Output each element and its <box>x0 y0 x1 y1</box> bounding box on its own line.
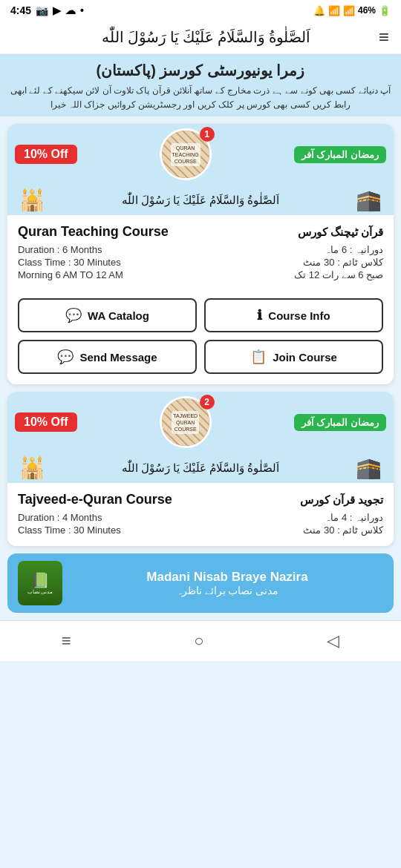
youtube-icon: ▶ <box>53 4 61 16</box>
card1-duration-row: Duration : 6 Months دورانیہ : 6 ماہ <box>18 244 383 255</box>
subheader-description: آپ دنیائے کسی بھی کونے سے ہے ذرت مخارج ک… <box>9 84 392 112</box>
card1-thumb-text: QURANTEACHINGCOURSE <box>171 143 200 166</box>
bottom-banner-ur: مدنی نصاب برائے ناظرہ <box>71 585 383 596</box>
card1-body: Quran Teaching Course قرآن ٹیچنگ کورس Du… <box>7 215 394 291</box>
card1-badge-num: 1 <box>200 127 215 142</box>
dot-icon: • <box>80 4 84 16</box>
status-left: 4:45 📷 ▶ ☁ • <box>10 4 84 16</box>
status-right: 🔔 📶 📶 46% 🔋 <box>313 5 391 16</box>
nav-home-icon[interactable]: ○ <box>179 628 218 654</box>
course-info-label: Course Info <box>268 309 330 322</box>
card1-badge-ramadan: رمضان المبارک آفر <box>294 146 386 163</box>
card1-badge-off: 10% Off <box>15 145 77 164</box>
card2-mosque-right-icon: 🕋 <box>356 456 382 480</box>
subheader: زمرا یونیورسٹی کورسز (پاکستان) آپ دنیائے… <box>0 54 401 116</box>
card1-banner: 10% Off QURANTEACHINGCOURSE 1 رمضان المب… <box>7 124 394 185</box>
card1-arabic-line: اَلصَّلٰوةُ وَالسَّلَامُ عَلَيْكَ يَا رَ… <box>45 194 356 207</box>
document-icon: 📋 <box>250 349 267 365</box>
bell-icon: 🔔 <box>313 5 325 16</box>
bottom-banner[interactable]: 📗 مدنی نصاب Madani Nisab Braye Nazira مد… <box>7 553 394 613</box>
card1-buttons: 💬 WA Catalog ℹ Course Info 💬 Send Messag… <box>7 291 394 384</box>
instagram-icon: 📷 <box>36 4 48 16</box>
card2-banner: 10% Off TAJWEEDQURANCOURSE 2 رمضان المبا… <box>7 392 394 453</box>
card2-arabic-line: اَلصَّلٰوةُ وَالسَّلَامُ عَلَيْكَ يَا رَ… <box>45 461 356 475</box>
card1-title-ur: قرآن ٹیچنگ کورس <box>298 226 383 239</box>
whatsapp-icon-2: 💬 <box>57 349 74 365</box>
status-bar: 4:45 📷 ▶ ☁ • 🔔 📶 📶 46% 🔋 <box>0 0 401 21</box>
header: اَلصَّلٰوةُ وَالسَّلَامُ عَلَيْكَ يَا رَ… <box>0 21 401 54</box>
card2-body: Tajveed-e-Quran Course تجوید قرآن کورس D… <box>7 483 394 546</box>
banner-img-inner: 📗 مدنی نصاب <box>18 561 62 605</box>
nav-menu-icon[interactable]: ≡ <box>47 628 86 654</box>
join-course-label: Join Course <box>273 351 337 364</box>
card1-duration-ur: دورانیہ : 6 ماہ <box>325 244 383 255</box>
bottom-banner-text: Madani Nisab Braye Nazira مدنی نصاب برائ… <box>71 570 383 596</box>
card-tajweed: 10% Off TAJWEEDQURANCOURSE 2 رمضان المبا… <box>7 392 394 546</box>
card1-btn-row2: 💬 Send Message 📋 Join Course <box>18 340 383 374</box>
nav-back-icon[interactable]: ◁ <box>312 628 354 654</box>
wifi-icon: 📶 <box>328 5 340 16</box>
card1-classtime-en: Class Time : 30 Minutes <box>18 257 121 268</box>
bottom-banner-en: Madani Nisab Braye Nazira <box>71 570 383 585</box>
card1-classtime-ur: کلاس ٹائم : 30 منٹ <box>303 257 383 268</box>
subheader-title: زمرا یونیورسٹی کورسز (پاکستان) <box>9 62 392 79</box>
card2-badge-off: 10% Off <box>15 412 77 432</box>
card2-duration-row: Duration : 4 Months دورانیہ : 4 ماہ <box>18 512 383 523</box>
header-arabic-title: اَلصَّلٰوةُ وَالسَّلَامُ عَلَيْكَ يَا رَ… <box>34 28 379 46</box>
card2-classtime-en: Class Time : 30 Minutes <box>18 525 121 536</box>
info-icon: ℹ <box>257 307 262 323</box>
card1-mosque-left-icon: 🕌 <box>19 188 45 212</box>
card-quran-teaching: 10% Off QURANTEACHINGCOURSE 1 رمضان المب… <box>7 124 394 384</box>
card2-mosque-row: 🕌 اَلصَّلٰوةُ وَالسَّلَامُ عَلَيْكَ يَا … <box>7 453 394 483</box>
card1-classtime-row: Class Time : 30 Minutes کلاس ٹائم : 30 م… <box>18 257 383 268</box>
card2-classtime-row: Class Time : 30 Minutes کلاس ٹائم : 30 م… <box>18 525 383 536</box>
card1-morning-row: Morning 6 AM TO 12 AM صبح 6 سے رات 12 تک <box>18 269 383 280</box>
navbar: ≡ ○ ◁ <box>0 620 401 661</box>
card2-title-ur: تجوید قرآن کورس <box>300 493 383 507</box>
battery-label: 46% <box>358 5 376 16</box>
card1-duration-en: Duration : 6 Months <box>18 244 102 255</box>
battery-icon: 🔋 <box>379 5 391 16</box>
card2-classtime-ur: کلاس ٹائم : 30 منٹ <box>303 525 383 536</box>
course-info-button[interactable]: ℹ Course Info <box>204 298 383 332</box>
card2-badge-num: 2 <box>200 395 215 410</box>
time: 4:45 <box>10 4 31 16</box>
card1-mosque-row: 🕌 اَلصَّلٰوةُ وَالسَّلَامُ عَلَيْكَ يَا … <box>7 185 394 215</box>
wa-catalog-label: WA Catalog <box>88 309 149 322</box>
card1-mosque-right-icon: 🕋 <box>356 188 382 212</box>
card1-morning-ur: صبح 6 سے رات 12 تک <box>294 269 383 280</box>
bottom-banner-image: 📗 مدنی نصاب <box>18 561 62 605</box>
card1-title-en: Quran Teaching Course <box>18 224 169 240</box>
card2-thumb-container: TAJWEEDQURANCOURSE 2 <box>160 396 212 448</box>
card2-title-row: Tajveed-e-Quran Course تجوید قرآن کورس <box>18 492 383 507</box>
card2-badge-ramadan: رمضان المبارک آفر <box>294 414 386 431</box>
signal-icon: 📶 <box>343 5 355 16</box>
card2-duration-en: Duration : 4 Months <box>18 512 102 523</box>
wa-catalog-button[interactable]: 💬 WA Catalog <box>18 298 197 332</box>
card1-btn-row1: 💬 WA Catalog ℹ Course Info <box>18 298 383 332</box>
card2-duration-ur: دورانیہ : 4 ماہ <box>325 512 383 523</box>
card1-thumb-container: QURANTEACHINGCOURSE 1 <box>160 128 212 180</box>
join-course-button[interactable]: 📋 Join Course <box>204 340 383 374</box>
card2-mosque-left-icon: 🕌 <box>19 456 45 480</box>
card2-thumb-text: TAJWEEDQURANCOURSE <box>172 411 199 434</box>
menu-icon[interactable]: ≡ <box>379 27 389 47</box>
send-message-button[interactable]: 💬 Send Message <box>18 340 197 374</box>
whatsapp-icon-1: 💬 <box>65 307 82 323</box>
card1-morning-en: Morning 6 AM TO 12 AM <box>18 269 123 280</box>
card1-title-row: Quran Teaching Course قرآن ٹیچنگ کورس <box>18 224 383 240</box>
card2-title-en: Tajveed-e-Quran Course <box>18 492 172 507</box>
cloud-icon: ☁ <box>65 4 76 16</box>
send-message-label: Send Message <box>79 351 157 364</box>
